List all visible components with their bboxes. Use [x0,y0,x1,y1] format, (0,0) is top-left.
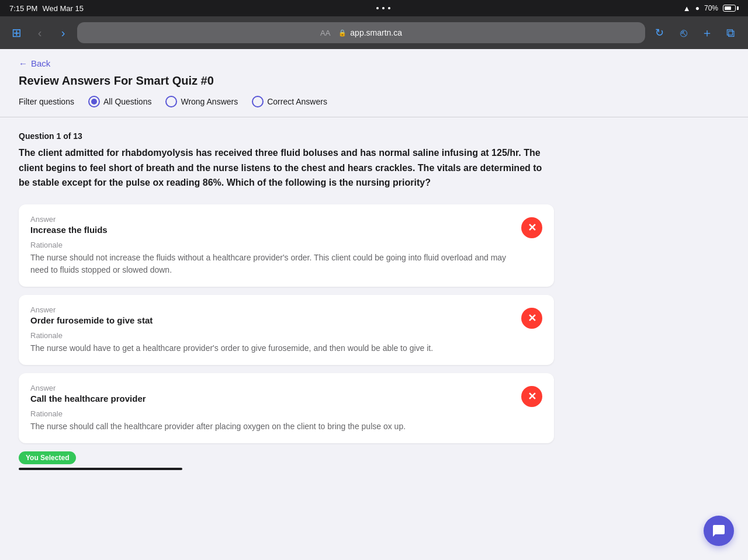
time: 7:15 PM [9,4,37,13]
rationale-text-1: The nurse should not increase the fluids… [30,252,512,276]
page-header: ← Back Review Answers For Smart Quiz #0 … [0,49,748,117]
answer-content-1: Answer Increase the fluids Rationale The… [30,215,512,276]
filter-correct-label: Correct Answers [267,97,327,106]
status-bar: 7:15 PM Wed Mar 15 ▲ ● 70% [0,0,748,16]
rationale-text-3: The nurse should call the healthcare pro… [30,420,512,433]
page-title: Review Answers For Smart Quiz #0 [19,74,729,88]
radio-correct-icon [252,96,264,107]
filter-row: Filter questions All Questions Wrong Ans… [19,96,729,107]
url-text: app.smartn.ca [350,28,402,37]
lock-icon: 🔒 [338,29,347,37]
back-nav-button[interactable]: ‹ [30,23,49,42]
filter-all-label: All Questions [103,97,151,106]
signal-icon: ● [695,4,699,12]
answer-text-2: Order furosemide to give stat [30,315,512,325]
question-number: Question 1 of 13 [19,131,554,141]
radio-wrong-icon [165,96,177,107]
battery-percent: 70% [704,4,718,12]
sidebar-button[interactable]: ⊞ [7,23,26,42]
rationale-text-2: The nurse would have to get a healthcare… [30,342,512,354]
you-selected-badge: You Selected [19,451,76,464]
answer-text-3: Call the healthcare provider [30,394,512,404]
wrong-icon-3: ✕ [521,386,542,407]
you-selected-row: You Selected [19,451,554,470]
answer-label-2: Answer [30,305,512,314]
share-button[interactable]: ⎋ [673,22,694,43]
answer-content-2: Answer Order furosemide to give stat Rat… [30,305,512,354]
answer-status-2: ✕ [521,308,542,329]
browser-chrome: ⊞ ‹ › AA 🔒 app.smartn.ca ↻ ⎋ ＋ ⧉ [0,16,748,49]
rationale-label-1: Rationale [30,241,512,249]
address-bar[interactable]: AA 🔒 app.smartn.ca [77,22,645,43]
question-text: The client admitted for rhabdomyolysis h… [19,145,554,190]
back-arrow-icon: ← [19,58,27,68]
answer-card-3: Answer Call the healthcare provider Rati… [19,373,554,443]
battery-icon [723,5,739,12]
filter-label: Filter questions [19,97,74,106]
chat-fab-button[interactable] [704,516,734,546]
filter-wrong-label: Wrong Answers [181,97,238,106]
back-button[interactable]: ← Back [19,58,729,68]
filter-wrong-answers[interactable]: Wrong Answers [165,96,238,107]
rationale-label-3: Rationale [30,409,512,418]
dot3 [388,7,390,9]
answer-status-3: ✕ [521,386,542,407]
back-label: Back [31,58,50,68]
reload-button[interactable]: ↻ [650,23,669,42]
answer-label-1: Answer [30,215,512,224]
you-selected-bar [19,468,182,470]
answer-card-2: Answer Order furosemide to give stat Rat… [19,295,554,365]
dot1 [376,7,379,9]
filter-all-questions[interactable]: All Questions [88,96,151,107]
answer-content-3: Answer Call the healthcare provider Rati… [30,384,512,433]
filter-correct-answers[interactable]: Correct Answers [252,96,327,107]
answer-label-3: Answer [30,384,512,392]
rationale-label-2: Rationale [30,331,512,340]
dot2 [382,7,385,9]
wrong-icon-2: ✕ [521,308,542,329]
answer-card-1: Answer Increase the fluids Rationale The… [19,204,554,287]
forward-nav-button[interactable]: › [54,23,72,42]
answer-text-1: Increase the fluids [30,225,512,235]
date: Wed Mar 15 [42,4,84,13]
main-content: Question 1 of 13 The client admitted for… [0,117,573,484]
answer-status-1: ✕ [521,217,542,238]
tabs-button[interactable]: ⧉ [720,22,741,43]
text-size-aa[interactable]: AA [320,29,330,37]
chat-icon [712,524,726,538]
add-tab-button[interactable]: ＋ [697,22,718,43]
wrong-icon-1: ✕ [521,217,542,238]
wifi-icon: ▲ [683,4,691,13]
radio-all-icon [88,96,100,107]
